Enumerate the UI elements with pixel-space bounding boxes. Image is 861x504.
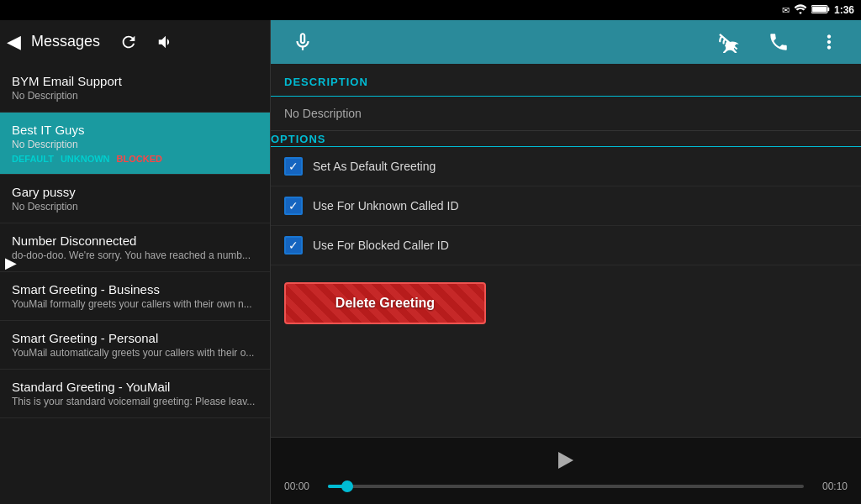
badge-unknown: UNKNOWN xyxy=(61,154,110,164)
status-bar: ✉ 1:36 xyxy=(0,0,861,20)
wifi-icon xyxy=(794,4,807,16)
description-text: No Description xyxy=(271,97,861,131)
option-blocked-caller[interactable]: ✓ Use For Blocked Caller ID xyxy=(271,226,861,265)
list-item-smart-business[interactable]: Smart Greeting - Business YouMail formal… xyxy=(0,272,270,321)
check-icon: ✓ xyxy=(288,199,298,213)
list-item-number-disconnected[interactable]: Number Disconnected do-doo-doo. We're so… xyxy=(0,223,270,272)
list-item-desc: This is your standard voicemail greeting… xyxy=(12,396,258,407)
content-area: DESCRIPTION No Description OPTIONS ✓ Set… xyxy=(271,64,861,504)
option-label-unknown: Use For Unknown Called ID xyxy=(313,199,459,213)
list-item-desc: No Description xyxy=(12,90,258,102)
options-section-header: OPTIONS xyxy=(271,131,861,147)
list-item-desc: No Description xyxy=(12,139,258,150)
main-container: BYM Email Support No Description Best IT… xyxy=(0,64,861,504)
mic-button[interactable] xyxy=(288,27,318,57)
delete-btn-label: Delete Greeting xyxy=(335,296,435,311)
svg-rect-2 xyxy=(812,7,827,13)
list-item-title: Gary pussy xyxy=(12,185,258,199)
badge-default: DEFAULT xyxy=(12,154,54,164)
call-off-button[interactable] xyxy=(713,27,743,57)
list-item-title: BYM Email Support xyxy=(12,74,258,88)
list-item-title: Smart Greeting - Personal xyxy=(12,331,258,345)
speaker-button[interactable] xyxy=(151,27,181,57)
list-item-desc: YouMail automatically greets your caller… xyxy=(12,347,258,359)
checkbox-default[interactable]: ✓ xyxy=(284,157,303,176)
list-item-bym-email[interactable]: BYM Email Support No Description xyxy=(0,64,270,113)
description-section-header: DESCRIPTION xyxy=(271,64,861,97)
toolbar-right xyxy=(271,20,861,64)
option-label-default: Set As Default Greeting xyxy=(313,160,436,173)
checkbox-unknown[interactable]: ✓ xyxy=(284,197,303,215)
play-icon[interactable] xyxy=(558,452,573,469)
progress-thumb[interactable] xyxy=(341,480,353,492)
list-item-best-it-guys[interactable]: Best IT Guys No Description DEFAULT UNKN… xyxy=(0,113,270,175)
progress-bar[interactable] xyxy=(328,485,804,488)
list-item-title: Smart Greeting - Business xyxy=(12,282,258,297)
option-default-greeting[interactable]: ✓ Set As Default Greeting xyxy=(271,147,861,186)
checkbox-blocked[interactable]: ✓ xyxy=(284,236,303,255)
battery-icon xyxy=(811,4,830,16)
option-unknown-caller[interactable]: ✓ Use For Unknown Called ID xyxy=(271,186,861,226)
time-start: 00:00 xyxy=(284,480,318,492)
list-item-title: Number Disconnected xyxy=(12,234,258,248)
toolbar-left: ◀ Messages xyxy=(0,20,271,64)
list-item-desc: do-doo-doo. We're sorry. You have reache… xyxy=(12,249,258,261)
description-title: DESCRIPTION xyxy=(284,76,368,88)
delete-btn-container: Delete Greeting xyxy=(271,265,861,341)
list-item-title: Standard Greeting - YouMail xyxy=(12,380,258,394)
status-icons: ✉ 1:36 xyxy=(782,4,854,16)
list-item-standard-youmail[interactable]: Standard Greeting - YouMail This is your… xyxy=(0,370,270,418)
list-item-desc: YouMail formally greets your callers wit… xyxy=(12,298,258,310)
player-controls: 00:00 00:10 xyxy=(271,475,861,497)
options-title: OPTIONS xyxy=(271,133,326,145)
delete-greeting-button[interactable]: Delete Greeting xyxy=(284,282,486,324)
status-time: 1:36 xyxy=(834,4,854,16)
right-icons xyxy=(713,27,844,57)
call-button[interactable] xyxy=(763,27,794,57)
badge-blocked: BLOCKED xyxy=(117,154,162,164)
toolbar-title: Messages xyxy=(31,33,100,50)
svg-rect-1 xyxy=(827,8,829,11)
player: 00:00 00:10 xyxy=(271,437,861,504)
play-button-area[interactable] xyxy=(558,445,573,475)
badges: DEFAULT UNKNOWN BLOCKED xyxy=(12,154,258,164)
list-item-gary-pussy[interactable]: Gary pussy No Description xyxy=(0,175,270,223)
signal-icon: ✉ xyxy=(782,5,790,16)
more-button[interactable] xyxy=(814,27,844,57)
list-item-desc: No Description xyxy=(12,201,258,213)
refresh-button[interactable] xyxy=(114,27,144,57)
sidebar: BYM Email Support No Description Best IT… xyxy=(0,64,271,504)
check-icon: ✓ xyxy=(288,239,298,252)
toolbar: ◀ Messages xyxy=(0,20,861,64)
check-icon: ✓ xyxy=(288,160,298,173)
option-label-blocked: Use For Blocked Caller ID xyxy=(313,239,449,252)
back-button[interactable]: ◀ xyxy=(7,31,21,53)
content-scroll: DESCRIPTION No Description OPTIONS ✓ Set… xyxy=(271,64,861,437)
list-item-title: Best IT Guys xyxy=(12,123,258,137)
list-item-smart-personal[interactable]: Smart Greeting - Personal YouMail automa… xyxy=(0,321,270,370)
time-end: 00:10 xyxy=(814,480,848,492)
